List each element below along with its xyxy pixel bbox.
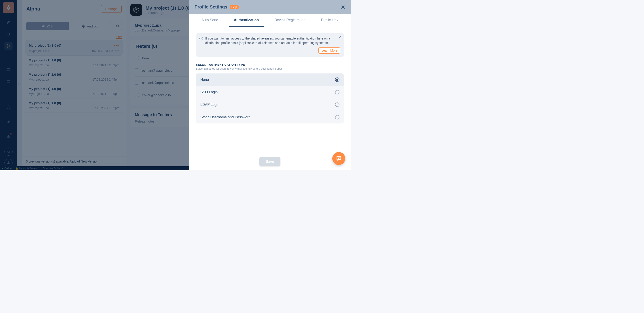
auth-option[interactable]: LDAP Login bbox=[196, 98, 344, 111]
info-close-button[interactable]: ✕ bbox=[339, 35, 342, 39]
panel-tabs: Auto SendAuthenticationDevice Registrati… bbox=[189, 14, 350, 27]
panel-body: i If you want to limit access to the sha… bbox=[189, 27, 350, 153]
info-text: If you want to limit access to the share… bbox=[205, 36, 340, 45]
learn-more-button[interactable]: Learn More bbox=[318, 47, 340, 54]
tab-authentication[interactable]: Authentication bbox=[229, 14, 264, 27]
auth-option[interactable]: SSO Login bbox=[196, 86, 344, 98]
auth-radio-group: NoneSSO LoginLDAP LoginStatic Username a… bbox=[196, 73, 344, 124]
help-badge[interactable]: Help bbox=[230, 5, 239, 9]
panel-header: Profile Settings Help bbox=[189, 0, 350, 14]
radio-icon bbox=[335, 103, 340, 107]
tab-device-registration[interactable]: Device Registration bbox=[270, 14, 310, 27]
panel-footer: Save bbox=[189, 153, 350, 170]
auth-section-sub: Select a method for users to verify thei… bbox=[196, 67, 344, 70]
auth-option[interactable]: None bbox=[196, 73, 344, 86]
profile-settings-panel: Profile Settings Help Auto SendAuthentic… bbox=[189, 0, 350, 170]
radio-icon bbox=[335, 115, 340, 120]
save-button[interactable]: Save bbox=[260, 157, 280, 166]
tab-auto-send[interactable]: Auto Send bbox=[196, 14, 223, 27]
chat-fab[interactable] bbox=[332, 152, 345, 165]
info-icon: i bbox=[200, 37, 203, 40]
auth-section-label: SELECT AUTHENTICATION TYPE bbox=[196, 63, 344, 66]
auth-option[interactable]: Static Username and Password bbox=[196, 111, 344, 124]
close-button[interactable] bbox=[341, 5, 345, 9]
panel-title: Profile Settings Help bbox=[194, 4, 238, 9]
tab-public-link[interactable]: Public Link bbox=[316, 14, 343, 27]
radio-icon bbox=[335, 90, 340, 94]
info-box: i If you want to limit access to the sha… bbox=[196, 33, 344, 57]
radio-icon bbox=[335, 77, 340, 82]
